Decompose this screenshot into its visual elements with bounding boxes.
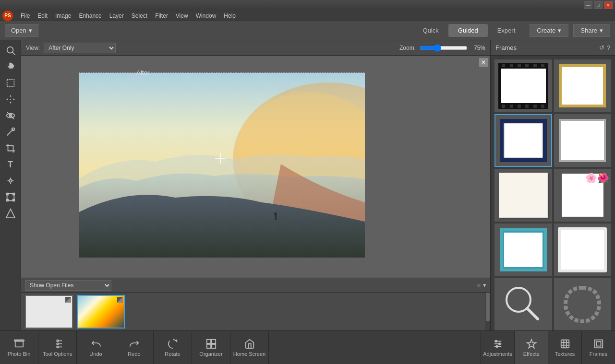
menu-window[interactable]: Window xyxy=(192,12,220,20)
selection-tool[interactable] xyxy=(3,75,18,91)
frame-lace[interactable] xyxy=(554,223,612,276)
panel-help-button[interactable]: ? xyxy=(607,44,610,51)
rotate-label: Rotate xyxy=(165,351,180,357)
undo-label: Undo xyxy=(89,351,102,357)
organizer-label: Organizer xyxy=(199,351,222,357)
share-arrow-icon: ▾ xyxy=(600,27,603,34)
thumbnail-2-corner-icon xyxy=(117,297,123,303)
frame-filmstrip[interactable] xyxy=(494,59,552,112)
svg-point-14 xyxy=(9,179,12,182)
rotate-tool[interactable]: Rotate xyxy=(154,331,192,364)
tool-options-tool[interactable]: Tool Options xyxy=(38,331,77,364)
minimize-button[interactable]: — xyxy=(584,1,592,9)
view-bar: View: After Only Before Only Before & Af… xyxy=(21,40,490,56)
close-button[interactable]: ✕ xyxy=(604,1,613,9)
redo-tool[interactable]: Redo xyxy=(115,331,154,364)
brush-tool[interactable] xyxy=(3,124,18,140)
view-label: View: xyxy=(26,45,40,51)
left-toolbar: T xyxy=(0,40,21,330)
menu-layer[interactable]: Layer xyxy=(106,12,128,20)
effects-tool[interactable]: Effects xyxy=(514,331,548,364)
frame-gold[interactable] xyxy=(554,59,612,112)
bottombar: Photo Bin Tool Options Undo Redo Rotate xyxy=(0,330,615,364)
crop-tool[interactable] xyxy=(3,141,18,156)
undo-tool[interactable]: Undo xyxy=(77,331,115,364)
organizer-tool[interactable]: Organizer xyxy=(192,331,230,364)
frame-simple[interactable] xyxy=(554,114,612,167)
frame-lace-preview xyxy=(558,227,607,272)
clone-tool[interactable] xyxy=(3,173,18,188)
share-button[interactable]: Share ▾ xyxy=(573,24,610,37)
filmstrip-grid-button[interactable]: ≡ xyxy=(477,282,481,289)
eye-tool[interactable] xyxy=(3,108,18,123)
open-arrow-icon: ▾ xyxy=(29,27,32,34)
photo-bin-icon xyxy=(14,339,24,349)
filmstrip-select[interactable]: Show Open Files xyxy=(25,280,111,291)
hand-tool[interactable] xyxy=(3,59,18,74)
panel-header: Frames ↺ ? xyxy=(491,40,615,56)
textures-label: Textures xyxy=(555,351,575,357)
frame-simple-preview xyxy=(559,119,606,162)
frame-flowers[interactable]: 🌸🌺 xyxy=(554,169,612,222)
thumbnail-1-corner-icon xyxy=(65,297,71,303)
svg-rect-20 xyxy=(6,193,8,195)
menu-select[interactable]: Select xyxy=(128,12,151,20)
thumbnail-2[interactable] xyxy=(77,295,125,329)
filmstrip-content xyxy=(21,293,485,330)
frame-filmstrip-preview xyxy=(498,63,548,108)
menu-image[interactable]: Image xyxy=(51,12,75,20)
frame-teal[interactable] xyxy=(494,223,552,276)
textures-tool[interactable]: Textures xyxy=(548,331,581,364)
home-screen-tool[interactable]: Home Screen xyxy=(230,331,269,364)
panel-refresh-button[interactable]: ↺ xyxy=(599,44,604,51)
frame-magnifier[interactable] xyxy=(494,278,552,330)
menu-view[interactable]: View xyxy=(172,12,192,20)
transform-tool[interactable] xyxy=(3,189,18,205)
tab-quick[interactable]: Quick xyxy=(413,24,448,37)
adjustments-tool[interactable]: Adjustments xyxy=(481,331,514,364)
frame-coil[interactable] xyxy=(554,278,612,330)
filmstrip-arrow-button[interactable]: ▾ xyxy=(483,282,486,289)
tab-expert[interactable]: Expert xyxy=(488,24,525,37)
move-tool[interactable] xyxy=(3,92,18,107)
svg-rect-49 xyxy=(206,344,210,348)
zoom-slider[interactable] xyxy=(420,44,468,52)
open-label: Open xyxy=(11,27,26,34)
main-area: T View: xyxy=(0,40,615,330)
filmstrip-icons: ≡ ▾ xyxy=(477,282,486,289)
frame-blue-selected[interactable] xyxy=(494,114,552,167)
frame-coil-preview xyxy=(561,285,604,324)
tab-guided[interactable]: Guided xyxy=(448,24,488,37)
canvas-image-container[interactable] xyxy=(79,72,364,257)
zoom-tool[interactable] xyxy=(3,43,18,58)
frame-photo-preview xyxy=(499,173,548,217)
menu-enhance[interactable]: Enhance xyxy=(75,12,105,20)
create-button[interactable]: Create ▾ xyxy=(530,24,568,37)
view-select[interactable]: After Only Before Only Before & After (H… xyxy=(44,43,116,53)
photo-bin-tool[interactable]: Photo Bin xyxy=(0,331,38,364)
frames-icon xyxy=(593,339,604,349)
type-tool[interactable]: T xyxy=(3,157,18,172)
menu-help[interactable]: Help xyxy=(220,12,240,20)
tool-options-icon xyxy=(52,339,63,349)
canvas-content: ✕ After xyxy=(21,56,490,278)
menu-edit[interactable]: Edit xyxy=(34,12,51,20)
frame-photo[interactable] xyxy=(494,169,552,222)
menu-file[interactable]: File xyxy=(17,12,34,20)
frames-tool[interactable]: Frames xyxy=(581,331,615,364)
modebar: Open ▾ Quick Guided Expert Create ▾ Shar… xyxy=(0,21,615,40)
redo-label: Redo xyxy=(128,351,140,357)
frame-gold-preview xyxy=(559,64,606,107)
zoom-value: 75% xyxy=(474,45,485,51)
effects-icon xyxy=(526,339,537,349)
open-button[interactable]: Open ▾ xyxy=(5,24,38,37)
maximize-button[interactable]: □ xyxy=(594,1,603,9)
canvas-area: View: After Only Before Only Before & Af… xyxy=(21,40,490,278)
menu-filter[interactable]: Filter xyxy=(151,12,172,20)
smart-tool[interactable] xyxy=(3,206,18,221)
filmstrip-scrollbar[interactable] xyxy=(485,293,490,330)
canvas-close-button[interactable]: ✕ xyxy=(479,58,488,67)
textures-icon xyxy=(560,339,570,349)
svg-rect-39 xyxy=(15,341,23,347)
thumbnail-1[interactable] xyxy=(25,295,73,329)
